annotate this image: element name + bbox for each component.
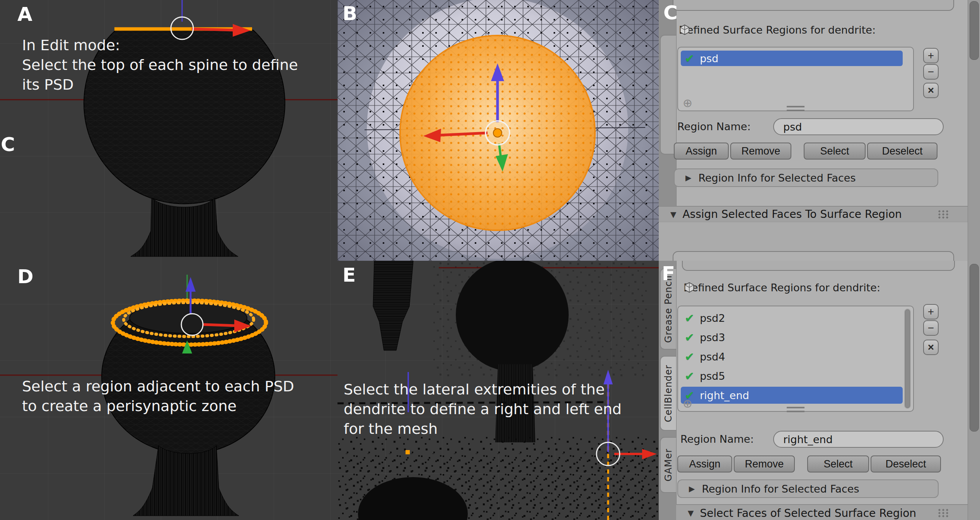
region-name-field[interactable]: right_end <box>773 431 944 448</box>
list-scrollbar[interactable] <box>904 309 911 409</box>
next-panel-box <box>673 251 954 261</box>
region-name-label: Region Name: <box>677 118 751 135</box>
spine-neck-mesh <box>131 198 238 257</box>
mesh-cube-icon <box>683 282 695 293</box>
panel-e-caption: Select the lateral extremities of the de… <box>344 380 622 439</box>
list-specials-icon[interactable]: ⊕ <box>683 96 692 110</box>
deselect-button[interactable]: Deselect <box>867 143 937 160</box>
figure-canvas: A C In Edit mode: Select the top of each… <box>0 0 980 520</box>
mesh-cube-icon <box>679 24 690 36</box>
list-resize-handle[interactable] <box>787 404 804 415</box>
spine-head-silhouette <box>456 261 569 371</box>
add-region-button[interactable]: + <box>923 304 939 319</box>
x-axis-arrow <box>192 29 235 30</box>
tab-cellblender[interactable]: CellBlender <box>660 356 676 431</box>
check-icon: ✔ <box>685 350 694 364</box>
region-name-field[interactable]: psd <box>773 118 944 135</box>
select-button[interactable]: Select <box>807 455 869 472</box>
panel-d-caption: Select a region adjacent to each PSD to … <box>22 377 294 416</box>
region-list-item-psd5[interactable]: ✔ psd5 <box>681 367 903 384</box>
spine-neck-mesh <box>133 445 239 516</box>
panel-b-drawing <box>337 0 659 261</box>
list-scrollbar-thumb[interactable] <box>905 309 910 408</box>
check-icon: ✔ <box>685 52 694 65</box>
left-spine-neck <box>373 261 413 350</box>
panel-a-caption: In Edit mode: Select the top of each spi… <box>22 36 298 95</box>
region-name-label: Region Name: <box>680 430 754 447</box>
regions-title-row: Defined Surface Regions for dendrite: <box>683 282 880 294</box>
check-icon: ✔ <box>685 311 694 325</box>
sidebar-scrollbar[interactable] <box>968 261 980 520</box>
region-list-item-psd[interactable]: ✔ psd <box>681 51 903 66</box>
section-header-label: Select Faces of Selected Surface Region <box>700 507 916 520</box>
section-header-select-faces[interactable]: ▼ Select Faces of Selected Surface Regio… <box>676 504 968 520</box>
plus-icon: + <box>928 49 934 62</box>
region-name-value: psd <box>783 121 802 133</box>
scrollbar-thumb[interactable] <box>970 1 979 60</box>
region-info-label: Region Info for Selected Faces <box>702 483 859 495</box>
sidebar-scrollbar[interactable] <box>968 0 980 261</box>
region-list-item-psd3[interactable]: ✔ psd3 <box>681 329 903 346</box>
regions-title: Defined Surface Regions for dendrite: <box>683 282 880 294</box>
panel-label-d: D <box>17 265 34 288</box>
remove-region-button[interactable]: − <box>923 64 939 80</box>
remove-region-button[interactable]: − <box>923 320 939 336</box>
panel-grip-icon[interactable] <box>937 508 950 518</box>
close-icon: × <box>928 341 934 353</box>
clear-regions-button[interactable]: × <box>923 83 939 98</box>
region-info-label: Region Info for Selected Faces <box>698 172 856 184</box>
triangle-right-icon: ▶ <box>685 173 691 182</box>
region-name-value: right_end <box>783 433 833 445</box>
region-list-item-right-end[interactable]: ✔ right_end <box>681 387 903 404</box>
deselect-button[interactable]: Deselect <box>871 455 941 472</box>
region-list-item-psd4[interactable]: ✔ psd4 <box>681 348 903 365</box>
check-icon: ✔ <box>685 369 694 383</box>
x-axis-arrow <box>203 325 237 326</box>
list-resize-handle[interactable] <box>787 104 804 114</box>
tab-gamer[interactable]: GAMer <box>660 437 676 493</box>
panel-d-viewport: D Select a region adjacent to each PSD t… <box>0 261 337 520</box>
panel-e-viewport: E Select the lateral extremities of the … <box>337 261 659 520</box>
plus-icon: + <box>928 306 934 318</box>
region-info-expander[interactable]: ▶ Region Info for Selected Faces <box>677 479 939 498</box>
margin-label-c: C <box>1 133 15 156</box>
triangle-down-icon: ▼ <box>670 210 676 219</box>
triangle-right-icon: ▶ <box>689 484 695 493</box>
regions-title-row: Defined Surface Regions for dendrite: <box>679 24 876 36</box>
panel-a-viewport: A C In Edit mode: Select the top of each… <box>0 0 337 261</box>
panel-b-viewport: B <box>337 0 659 261</box>
region-info-expander[interactable]: ▶ Region Info for Selected Faces <box>674 168 938 187</box>
panel-label-e: E <box>343 264 356 286</box>
close-icon: × <box>928 84 934 97</box>
triangle-down-icon: ▼ <box>688 508 694 518</box>
panel-label-a: A <box>17 3 32 25</box>
section-header-label: Assign Selected Faces To Surface Region <box>682 208 902 221</box>
clear-regions-button[interactable]: × <box>923 340 939 355</box>
panel-label-f: F <box>662 262 675 285</box>
panel-label-c: C <box>663 2 678 24</box>
minus-icon: − <box>928 322 934 334</box>
scrollbar-thumb[interactable] <box>970 264 979 432</box>
list-specials-icon[interactable]: ⊕ <box>683 397 692 410</box>
select-button[interactable]: Select <box>804 143 866 160</box>
panel-f-blender-sidebar: Grease Pencil CellBlender GAMer Defined … <box>659 261 980 520</box>
remove-button[interactable]: Remove <box>734 455 795 472</box>
previous-panel-box <box>673 0 954 11</box>
panel-grip-icon[interactable] <box>937 210 950 219</box>
assign-button[interactable]: Assign <box>674 143 729 160</box>
region-item-label: psd <box>700 53 718 65</box>
previous-panel-box <box>682 261 955 271</box>
region-list: ✔ psd ⊕ <box>677 47 914 111</box>
regions-title: Defined Surface Regions for dendrite: <box>679 24 876 36</box>
region-list-item-psd2[interactable]: ✔ psd2 <box>681 309 903 326</box>
assign-button[interactable]: Assign <box>677 455 732 472</box>
panel-c-blender-sidebar: Defined Surface Regions for dendrite: ✔ … <box>659 0 980 261</box>
check-icon: ✔ <box>685 331 694 344</box>
remove-button[interactable]: Remove <box>730 143 791 160</box>
left-end-vertex <box>406 450 410 454</box>
minus-icon: − <box>928 66 934 78</box>
panel-label-b: B <box>343 2 357 25</box>
add-region-button[interactable]: + <box>923 48 939 63</box>
section-header-assign-faces[interactable]: ▼ Assign Selected Faces To Surface Regio… <box>659 206 968 222</box>
sidebar-tab-partial[interactable] <box>660 35 676 155</box>
